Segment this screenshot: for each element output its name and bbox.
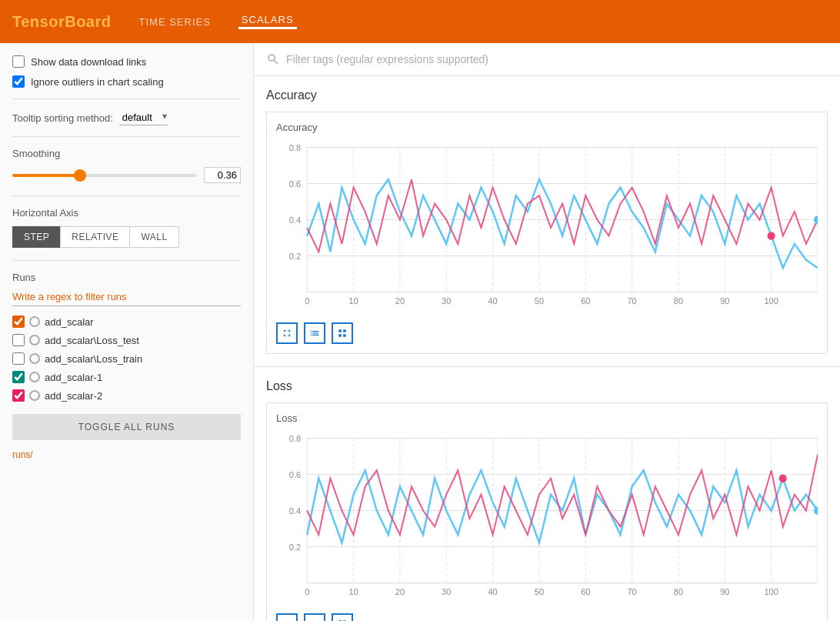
run-checkbox-add-scalar[interactable] [12,316,25,328]
svg-text:0: 0 [305,587,309,596]
run-dot-scalar-1 [29,372,40,382]
svg-text:100: 100 [764,587,778,596]
logo-tensor: Tensor [12,13,65,30]
run-checkbox-loss-test[interactable] [12,334,25,346]
svg-text:80: 80 [674,296,683,305]
loss-chart-svg: 0.8 0.6 0.4 0.2 0 10 20 30 40 50 60 70 8… [276,430,818,607]
svg-text:30: 30 [442,296,451,305]
svg-text:0.2: 0.2 [289,252,301,261]
filter-input[interactable] [286,53,828,65]
tooltip-row: Tooltip sorting method: default [12,110,241,125]
runs-section: Runs add_scalar add_scalar\Loss_test add… [12,272,241,460]
sidebar: Show data download links Ignore outliers… [0,43,254,621]
ignore-outliers-label: Ignore outliers in chart scaling [31,76,164,88]
svg-text:10: 10 [348,587,358,596]
run-label-loss-train: add_scalar\Loss_train [45,353,142,365]
loss-expand-button[interactable] [276,613,298,621]
axis-btn-relative[interactable]: RELATIVE [60,226,129,248]
smoothing-slider[interactable] [12,174,196,177]
loss-chart-toolbar [276,613,818,621]
divider-4 [12,260,241,261]
run-label-scalar-2: add_scalar-2 [45,390,102,402]
svg-text:90: 90 [720,296,729,305]
run-checkbox-loss-train[interactable] [12,352,25,365]
svg-text:50: 50 [535,296,544,305]
svg-text:100: 100 [764,296,778,305]
tooltip-select[interactable]: default [119,110,168,125]
search-icon [266,52,280,66]
loss-section: Loss Loss [254,367,840,621]
svg-text:60: 60 [581,296,590,305]
ignore-outliers-row: Ignore outliers in chart scaling [12,75,241,88]
accuracy-grid-button[interactable] [332,322,353,344]
show-download-checkbox[interactable] [12,55,25,68]
filter-bar [254,43,840,76]
divider-2 [12,136,241,137]
logo-board: Board [65,13,111,30]
svg-point-67 [779,475,787,482]
loss-grid-button[interactable] [332,613,353,621]
accuracy-section: Accuracy Accuracy [254,76,840,367]
toggle-all-runs-button[interactable]: TOGGLE ALL RUNS [12,414,241,440]
svg-text:0.2: 0.2 [289,543,301,552]
divider-3 [12,195,241,196]
run-item-loss-train: add_scalar\Loss_train [12,352,241,365]
nav-scalars[interactable]: SCALARS [238,14,297,29]
app-logo: TensorBoard [12,13,112,31]
accuracy-list-button[interactable] [304,322,325,344]
accuracy-chart-toolbar [276,322,818,344]
run-checkbox-scalar-1[interactable] [12,371,25,383]
svg-text:70: 70 [627,296,636,305]
runs-title: Runs [12,272,241,283]
run-item-add-scalar: add_scalar [12,316,241,328]
run-checkbox-scalar-2[interactable] [12,389,25,402]
smoothing-section: Smoothing 0.36 [12,148,241,183]
run-label-loss-test: add_scalar\Loss_test [45,335,139,346]
svg-text:0.6: 0.6 [289,179,301,188]
divider-1 [12,98,241,99]
tooltip-label: Tooltip sorting method: [12,112,113,124]
show-download-row: Show data download links [12,55,241,68]
svg-text:70: 70 [627,587,636,596]
axis-label: Horizontal Axis [12,207,241,219]
smoothing-slider-row: 0.36 [12,167,241,183]
loss-chart-card: Loss [266,402,828,621]
svg-text:90: 90 [720,587,729,596]
accuracy-section-title: Accuracy [266,88,828,102]
svg-point-33 [768,232,775,239]
loss-list-button[interactable] [304,613,325,621]
svg-text:20: 20 [395,587,405,596]
svg-text:0.4: 0.4 [289,506,301,516]
ignore-outliers-checkbox[interactable] [12,75,25,88]
loss-chart-title: Loss [276,412,818,424]
smoothing-value[interactable]: 0.36 [204,167,241,183]
app-body: Show data download links Ignore outliers… [0,43,840,621]
show-download-label: Show data download links [31,56,146,68]
run-item-scalar-2: add_scalar-2 [12,389,241,402]
run-dot-loss-train [29,353,40,364]
accuracy-chart-card: Accuracy [266,112,828,354]
tooltip-select-wrapper: default [119,110,168,125]
accuracy-expand-button[interactable] [276,322,298,344]
accuracy-chart-title: Accuracy [276,122,818,133]
svg-text:40: 40 [488,296,497,305]
accuracy-chart-svg: 0.8 0.6 0.4 0.2 0 10 20 30 40 50 60 70 8… [276,139,818,316]
top-nav: TensorBoard TIME SERIES SCALARS [0,0,840,43]
axis-btn-wall[interactable]: WALL [129,226,178,248]
svg-text:10: 10 [348,296,358,305]
axis-buttons: STEP RELATIVE WALL [12,226,241,248]
svg-text:0.8: 0.8 [289,433,301,442]
svg-text:0.6: 0.6 [289,469,301,479]
nav-time-series[interactable]: TIME SERIES [136,16,214,28]
run-dot-scalar-2 [29,390,40,401]
runs-filter-input[interactable] [12,288,241,306]
svg-text:20: 20 [395,296,405,305]
axis-btn-step[interactable]: STEP [12,226,60,248]
runs-footer[interactable]: runs/ [12,449,241,460]
main-content: Accuracy Accuracy [254,43,840,621]
svg-text:0.8: 0.8 [289,142,301,152]
run-label-add-scalar: add_scalar [45,316,94,328]
svg-text:0: 0 [305,296,309,305]
run-item-scalar-1: add_scalar-1 [12,371,241,383]
accuracy-chart-area: 0.8 0.6 0.4 0.2 0 10 20 30 40 50 60 70 8… [276,139,818,316]
